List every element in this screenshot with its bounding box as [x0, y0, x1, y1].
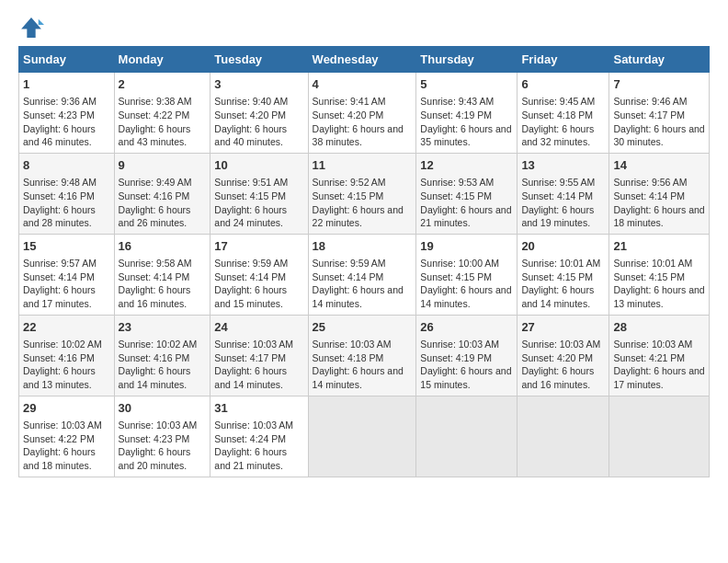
- calendar-cell: 17Sunrise: 9:59 AMSunset: 4:14 PMDayligh…: [210, 234, 308, 315]
- calendar-table: SundayMondayTuesdayWednesdayThursdayFrid…: [18, 46, 710, 477]
- logo: [18, 15, 48, 40]
- calendar-cell: 20Sunrise: 10:01 AMSunset: 4:15 PMDaylig…: [518, 234, 609, 315]
- sunrise: Sunrise: 9:49 AM: [119, 177, 192, 188]
- calendar-cell: 1Sunrise: 9:36 AMSunset: 4:23 PMDaylight…: [19, 73, 115, 154]
- calendar-cell: 22Sunrise: 10:02 AMSunset: 4:16 PMDaylig…: [19, 315, 115, 396]
- daylight: Daylight: 6 hours and 26 minutes.: [119, 204, 191, 229]
- daylight: Daylight: 6 hours and 28 minutes.: [23, 204, 96, 229]
- day-number: 14: [613, 157, 705, 174]
- daylight: Daylight: 6 hours and 40 minutes.: [214, 123, 287, 148]
- calendar-cell: 3Sunrise: 9:40 AMSunset: 4:20 PMDaylight…: [210, 73, 308, 154]
- sunset: Sunset: 4:19 PM: [420, 352, 492, 363]
- sunrise: Sunrise: 9:57 AM: [23, 258, 97, 269]
- day-number: 2: [119, 76, 207, 93]
- daylight: Daylight: 6 hours and 18 minutes.: [613, 204, 704, 229]
- sunset: Sunset: 4:20 PM: [313, 109, 384, 121]
- sunrise: Sunrise: 9:52 AM: [313, 177, 386, 188]
- daylight: Daylight: 6 hours and 46 minutes.: [23, 123, 96, 148]
- sunrise: Sunrise: 10:02 AM: [119, 339, 198, 350]
- calendar-cell: 7Sunrise: 9:46 AMSunset: 4:17 PMDaylight…: [609, 73, 710, 154]
- day-number: 21: [613, 238, 705, 255]
- daylight: Daylight: 6 hours and 14 minutes.: [214, 365, 287, 390]
- calendar-cell: [416, 396, 518, 477]
- calendar-week-1: 1Sunrise: 9:36 AMSunset: 4:23 PMDaylight…: [19, 73, 710, 154]
- sunset: Sunset: 4:15 PM: [420, 190, 492, 201]
- day-number: 27: [521, 319, 605, 336]
- weekday-header-monday: Monday: [114, 47, 210, 73]
- calendar-week-3: 15Sunrise: 9:57 AMSunset: 4:14 PMDayligh…: [19, 234, 710, 315]
- calendar-cell: 24Sunrise: 10:03 AMSunset: 4:17 PMDaylig…: [210, 315, 308, 396]
- day-number: 13: [521, 157, 605, 174]
- weekday-header-tuesday: Tuesday: [210, 47, 308, 73]
- calendar-cell: [609, 396, 710, 477]
- calendar-cell: 19Sunrise: 10:00 AMSunset: 4:15 PMDaylig…: [416, 234, 518, 315]
- calendar-week-4: 22Sunrise: 10:02 AMSunset: 4:16 PMDaylig…: [19, 315, 710, 396]
- sunset: Sunset: 4:18 PM: [521, 109, 593, 121]
- page: SundayMondayTuesdayWednesdayThursdayFrid…: [0, 0, 728, 563]
- day-number: 10: [214, 157, 303, 174]
- daylight: Daylight: 6 hours and 21 minutes.: [420, 204, 511, 229]
- sunrise: Sunrise: 10:03 AM: [420, 339, 499, 350]
- daylight: Daylight: 6 hours and 13 minutes.: [23, 365, 96, 390]
- daylight: Daylight: 6 hours and 14 minutes.: [119, 365, 191, 390]
- sunrise: Sunrise: 9:41 AM: [313, 96, 386, 107]
- daylight: Daylight: 6 hours and 15 minutes.: [214, 284, 287, 309]
- sunset: Sunset: 4:22 PM: [23, 433, 95, 444]
- day-number: 26: [420, 319, 513, 336]
- daylight: Daylight: 6 hours and 14 minutes.: [521, 284, 594, 309]
- sunset: Sunset: 4:24 PM: [214, 433, 286, 444]
- calendar-cell: 23Sunrise: 10:02 AMSunset: 4:16 PMDaylig…: [114, 315, 210, 396]
- daylight: Daylight: 6 hours and 32 minutes.: [521, 123, 594, 148]
- sunset: Sunset: 4:22 PM: [119, 109, 190, 121]
- calendar-week-5: 29Sunrise: 10:03 AMSunset: 4:22 PMDaylig…: [19, 396, 710, 477]
- calendar-cell: 14Sunrise: 9:56 AMSunset: 4:14 PMDayligh…: [609, 153, 710, 234]
- sunrise: Sunrise: 10:03 AM: [119, 419, 198, 431]
- day-number: 3: [214, 76, 303, 93]
- day-number: 17: [214, 238, 303, 255]
- sunrise: Sunrise: 9:58 AM: [119, 258, 192, 269]
- day-number: 16: [119, 238, 207, 255]
- calendar-cell: 8Sunrise: 9:48 AMSunset: 4:16 PMDaylight…: [19, 153, 115, 234]
- day-number: 4: [313, 76, 413, 93]
- sunrise: Sunrise: 9:59 AM: [313, 258, 386, 269]
- sunset: Sunset: 4:14 PM: [313, 271, 384, 282]
- calendar-cell: 27Sunrise: 10:03 AMSunset: 4:20 PMDaylig…: [518, 315, 609, 396]
- sunset: Sunset: 4:16 PM: [23, 190, 95, 201]
- calendar-cell: 11Sunrise: 9:52 AMSunset: 4:15 PMDayligh…: [308, 153, 416, 234]
- daylight: Daylight: 6 hours and 19 minutes.: [521, 204, 594, 229]
- sunset: Sunset: 4:18 PM: [313, 352, 384, 363]
- sunset: Sunset: 4:16 PM: [119, 352, 190, 363]
- day-number: 15: [23, 238, 110, 255]
- sunset: Sunset: 4:14 PM: [214, 271, 286, 282]
- daylight: Daylight: 6 hours and 17 minutes.: [23, 284, 96, 309]
- daylight: Daylight: 6 hours and 20 minutes.: [119, 446, 191, 471]
- sunrise: Sunrise: 9:53 AM: [420, 177, 494, 188]
- day-number: 12: [420, 157, 513, 174]
- sunrise: Sunrise: 9:48 AM: [23, 177, 97, 188]
- calendar-week-2: 8Sunrise: 9:48 AMSunset: 4:16 PMDaylight…: [19, 153, 710, 234]
- daylight: Daylight: 6 hours and 21 minutes.: [214, 446, 287, 471]
- daylight: Daylight: 6 hours and 17 minutes.: [613, 365, 704, 390]
- daylight: Daylight: 6 hours and 22 minutes.: [313, 204, 404, 229]
- calendar-cell: 30Sunrise: 10:03 AMSunset: 4:23 PMDaylig…: [114, 396, 210, 477]
- sunrise: Sunrise: 9:43 AM: [420, 96, 494, 107]
- daylight: Daylight: 6 hours and 35 minutes.: [420, 123, 511, 148]
- sunrise: Sunrise: 10:03 AM: [23, 419, 102, 431]
- calendar-cell: [518, 396, 609, 477]
- weekday-header-thursday: Thursday: [416, 47, 518, 73]
- sunrise: Sunrise: 9:55 AM: [521, 177, 595, 188]
- daylight: Daylight: 6 hours and 14 minutes.: [420, 284, 511, 309]
- sunset: Sunset: 4:20 PM: [214, 109, 286, 121]
- sunset: Sunset: 4:14 PM: [521, 190, 593, 201]
- daylight: Daylight: 6 hours and 14 minutes.: [313, 284, 404, 309]
- calendar-cell: 12Sunrise: 9:53 AMSunset: 4:15 PMDayligh…: [416, 153, 518, 234]
- sunset: Sunset: 4:23 PM: [119, 433, 190, 444]
- header: [18, 15, 710, 40]
- sunrise: Sunrise: 10:03 AM: [214, 339, 293, 350]
- day-number: 23: [119, 319, 207, 336]
- weekday-header-friday: Friday: [518, 47, 609, 73]
- sunset: Sunset: 4:15 PM: [214, 190, 286, 201]
- day-number: 30: [119, 400, 207, 417]
- sunrise: Sunrise: 10:01 AM: [613, 258, 692, 269]
- sunrise: Sunrise: 9:59 AM: [214, 258, 288, 269]
